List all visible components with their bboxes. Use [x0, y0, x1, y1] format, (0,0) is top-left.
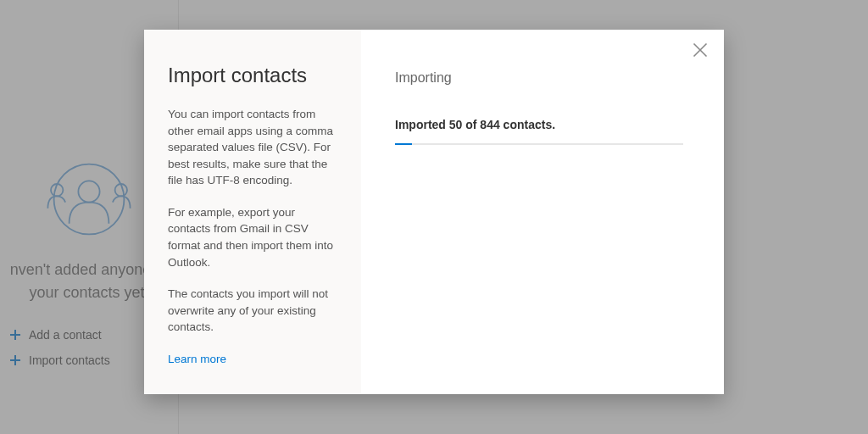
import-status-text: Imported 50 of 844 contacts. — [395, 118, 690, 131]
close-button[interactable] — [692, 42, 709, 58]
learn-more-link[interactable]: Learn more — [168, 353, 226, 365]
dialog-sidebar: Import contacts You can import contacts … — [144, 30, 361, 394]
dialog-title: Import contacts — [168, 64, 337, 87]
dialog-desc-2: For example, export your contacts from G… — [168, 204, 337, 270]
import-progress-fill — [395, 143, 412, 145]
dialog-desc-1: You can import contacts from other email… — [168, 106, 337, 189]
dialog-desc-3: The contacts you import will not overwri… — [168, 286, 337, 336]
dialog-content: Importing Imported 50 of 844 contacts. — [361, 30, 724, 394]
importing-heading: Importing — [395, 70, 690, 86]
close-icon — [692, 42, 709, 58]
import-contacts-dialog: Import contacts You can import contacts … — [144, 30, 724, 394]
import-progress-bar — [395, 143, 683, 145]
